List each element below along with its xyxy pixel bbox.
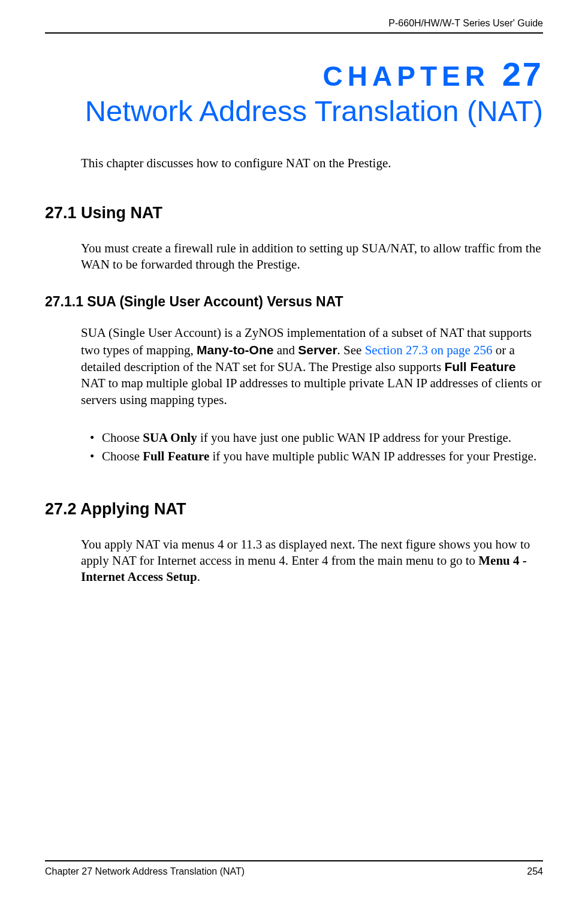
bold-server: Server bbox=[298, 343, 337, 357]
bold-full-feature-2: Full Feature bbox=[143, 449, 209, 463]
chapter-label-prefix: CHAPTER bbox=[323, 61, 490, 92]
section-27-1-heading: 27.1 Using NAT bbox=[45, 204, 543, 222]
section-27-1-1-heading: 27.1.1 SUA (Single User Account) Versus … bbox=[45, 294, 543, 310]
section-27-2-heading: 27.2 Applying NAT bbox=[45, 500, 543, 519]
page-header: P-660H/HW/W-T Series User' Guide bbox=[45, 18, 543, 34]
bold-many-to-one: Many-to-One bbox=[197, 343, 273, 357]
bullet-list: Choose SUA Only if you have just one pub… bbox=[81, 429, 543, 467]
section-27-1-1-body: SUA (Single User Account) is a ZyNOS imp… bbox=[81, 325, 543, 408]
chapter-title: Network Address Translation (NAT) bbox=[45, 94, 543, 129]
section-27-1-body: You must create a firewall rule in addit… bbox=[81, 240, 543, 273]
bold-sua-only: SUA Only bbox=[143, 430, 197, 445]
page-footer: Chapter 27 Network Address Translation (… bbox=[45, 860, 543, 877]
link-section-27-3[interactable]: Section 27.3 on page 256 bbox=[365, 343, 493, 357]
chapter-number: 27 bbox=[502, 55, 543, 93]
list-item: Choose SUA Only if you have just one pub… bbox=[81, 429, 543, 447]
chapter-label: CHAPTER 27 bbox=[45, 55, 543, 94]
footer-page-number: 254 bbox=[527, 866, 543, 877]
bold-full-feature: Full Feature bbox=[444, 360, 515, 373]
footer-chapter-ref: Chapter 27 Network Address Translation (… bbox=[45, 866, 245, 877]
chapter-intro: This chapter discusses how to configure … bbox=[81, 156, 543, 171]
list-item: Choose Full Feature if you have multiple… bbox=[81, 448, 543, 465]
section-27-2-body: You apply NAT via menus 4 or 11.3 as dis… bbox=[81, 537, 543, 586]
guide-title: P-660H/HW/W-T Series User' Guide bbox=[388, 18, 543, 29]
